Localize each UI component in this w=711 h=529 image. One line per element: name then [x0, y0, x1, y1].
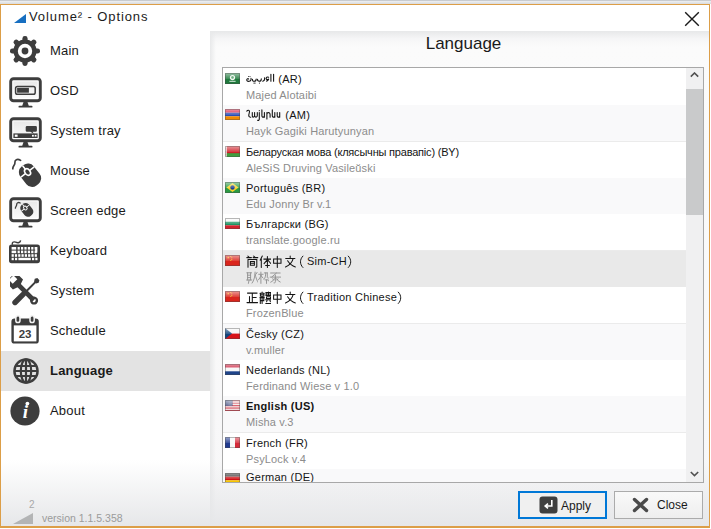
svg-text:23: 23 — [19, 328, 32, 340]
